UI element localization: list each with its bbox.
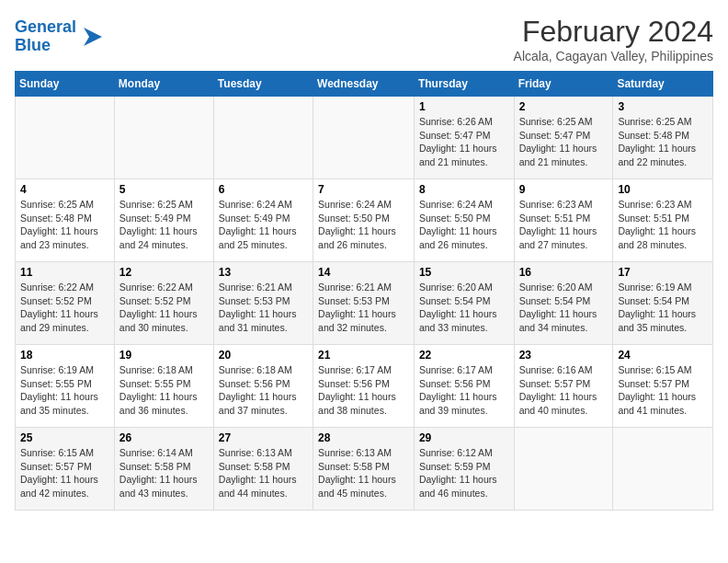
calendar-cell: 29Sunrise: 6:12 AM Sunset: 5:59 PM Dayli… [414, 428, 514, 511]
calendar-cell: 28Sunrise: 6:13 AM Sunset: 5:58 PM Dayli… [313, 428, 415, 511]
logo-icon [80, 24, 106, 50]
calendar-cell: 20Sunrise: 6:18 AM Sunset: 5:56 PM Dayli… [213, 345, 313, 428]
calendar-cell [213, 97, 313, 179]
calendar-cell: 23Sunrise: 6:16 AM Sunset: 5:57 PM Dayli… [514, 345, 613, 428]
col-header-thursday: Thursday [414, 72, 514, 97]
day-number: 20 [219, 349, 308, 362]
calendar-cell: 12Sunrise: 6:22 AM Sunset: 5:52 PM Dayli… [114, 262, 213, 345]
day-number: 5 [119, 183, 209, 196]
day-number: 23 [519, 349, 609, 362]
location-subtitle: Alcala, Cagayan Valley, Philippines [514, 49, 713, 63]
calendar-cell [313, 97, 415, 179]
calendar-cell: 15Sunrise: 6:20 AM Sunset: 5:54 PM Dayli… [414, 262, 514, 345]
calendar-cell: 14Sunrise: 6:21 AM Sunset: 5:53 PM Dayli… [313, 262, 415, 345]
cell-content: Sunrise: 6:25 AM Sunset: 5:48 PM Dayligh… [20, 198, 109, 252]
day-number: 28 [318, 431, 409, 444]
calendar-cell [114, 97, 213, 179]
day-number: 22 [419, 349, 509, 362]
calendar-body: 1Sunrise: 6:26 AM Sunset: 5:47 PM Daylig… [16, 97, 713, 511]
calendar-cell: 11Sunrise: 6:22 AM Sunset: 5:52 PM Dayli… [16, 262, 115, 345]
day-number: 4 [20, 183, 109, 196]
calendar-cell: 8Sunrise: 6:24 AM Sunset: 5:50 PM Daylig… [414, 179, 514, 262]
cell-content: Sunrise: 6:19 AM Sunset: 5:55 PM Dayligh… [20, 363, 109, 418]
col-header-sunday: Sunday [16, 72, 115, 97]
week-row-4: 18Sunrise: 6:19 AM Sunset: 5:55 PM Dayli… [16, 345, 713, 428]
day-number: 3 [618, 100, 708, 113]
calendar-cell: 7Sunrise: 6:24 AM Sunset: 5:50 PM Daylig… [313, 179, 415, 262]
day-number: 13 [219, 266, 308, 279]
day-number: 7 [318, 183, 409, 196]
cell-content: Sunrise: 6:15 AM Sunset: 5:57 PM Dayligh… [618, 363, 708, 418]
svg-marker-0 [84, 28, 102, 46]
calendar-cell: 18Sunrise: 6:19 AM Sunset: 5:55 PM Dayli… [16, 345, 115, 428]
day-number: 26 [119, 431, 209, 444]
month-year-title: February 2024 [514, 15, 713, 49]
header-row: SundayMondayTuesdayWednesdayThursdayFrid… [16, 72, 713, 97]
cell-content: Sunrise: 6:26 AM Sunset: 5:47 PM Dayligh… [419, 115, 509, 169]
day-number: 16 [519, 266, 609, 279]
day-number: 1 [419, 100, 509, 113]
cell-content: Sunrise: 6:24 AM Sunset: 5:50 PM Dayligh… [318, 198, 409, 252]
cell-content: Sunrise: 6:18 AM Sunset: 5:56 PM Dayligh… [219, 363, 308, 418]
cell-content: Sunrise: 6:17 AM Sunset: 5:56 PM Dayligh… [419, 363, 509, 418]
calendar-cell: 1Sunrise: 6:26 AM Sunset: 5:47 PM Daylig… [414, 97, 514, 179]
week-row-2: 4Sunrise: 6:25 AM Sunset: 5:48 PM Daylig… [16, 179, 713, 262]
calendar-cell: 22Sunrise: 6:17 AM Sunset: 5:56 PM Dayli… [414, 345, 514, 428]
day-number: 9 [519, 183, 609, 196]
day-number: 8 [419, 183, 509, 196]
cell-content: Sunrise: 6:20 AM Sunset: 5:54 PM Dayligh… [419, 281, 509, 335]
calendar-cell: 27Sunrise: 6:13 AM Sunset: 5:58 PM Dayli… [213, 428, 313, 511]
calendar-table: SundayMondayTuesdayWednesdayThursdayFrid… [15, 71, 713, 511]
calendar-cell [16, 97, 115, 179]
calendar-cell: 19Sunrise: 6:18 AM Sunset: 5:55 PM Dayli… [114, 345, 213, 428]
calendar-cell: 13Sunrise: 6:21 AM Sunset: 5:53 PM Dayli… [213, 262, 313, 345]
day-number: 17 [618, 266, 708, 279]
day-number: 15 [419, 266, 509, 279]
cell-content: Sunrise: 6:17 AM Sunset: 5:56 PM Dayligh… [318, 363, 409, 418]
calendar-cell: 21Sunrise: 6:17 AM Sunset: 5:56 PM Dayli… [313, 345, 415, 428]
col-header-saturday: Saturday [613, 72, 713, 97]
cell-content: Sunrise: 6:24 AM Sunset: 5:50 PM Dayligh… [419, 198, 509, 252]
day-number: 6 [219, 183, 308, 196]
day-number: 12 [119, 266, 209, 279]
cell-content: Sunrise: 6:21 AM Sunset: 5:53 PM Dayligh… [318, 281, 409, 335]
logo: General Blue [15, 18, 106, 55]
calendar-cell: 5Sunrise: 6:25 AM Sunset: 5:49 PM Daylig… [114, 179, 213, 262]
calendar-cell: 6Sunrise: 6:24 AM Sunset: 5:49 PM Daylig… [213, 179, 313, 262]
col-header-wednesday: Wednesday [313, 72, 415, 97]
cell-content: Sunrise: 6:24 AM Sunset: 5:49 PM Dayligh… [219, 198, 308, 252]
header: General Blue February 2024 Alcala, Cagay… [15, 15, 713, 63]
day-number: 19 [119, 349, 209, 362]
calendar-cell: 26Sunrise: 6:14 AM Sunset: 5:58 PM Dayli… [114, 428, 213, 511]
cell-content: Sunrise: 6:12 AM Sunset: 5:59 PM Dayligh… [419, 446, 509, 500]
day-number: 10 [618, 183, 708, 196]
col-header-tuesday: Tuesday [213, 72, 313, 97]
day-number: 18 [20, 349, 109, 362]
col-header-monday: Monday [114, 72, 213, 97]
day-number: 11 [20, 266, 109, 279]
cell-content: Sunrise: 6:22 AM Sunset: 5:52 PM Dayligh… [119, 281, 209, 335]
cell-content: Sunrise: 6:20 AM Sunset: 5:54 PM Dayligh… [519, 281, 609, 335]
day-number: 21 [318, 349, 409, 362]
logo-text: General [15, 18, 76, 37]
cell-content: Sunrise: 6:21 AM Sunset: 5:53 PM Dayligh… [219, 281, 308, 335]
calendar-cell: 2Sunrise: 6:25 AM Sunset: 5:47 PM Daylig… [514, 97, 613, 179]
cell-content: Sunrise: 6:23 AM Sunset: 5:51 PM Dayligh… [618, 198, 708, 252]
day-number: 2 [519, 100, 609, 113]
calendar-header: SundayMondayTuesdayWednesdayThursdayFrid… [16, 72, 713, 97]
calendar-cell: 17Sunrise: 6:19 AM Sunset: 5:54 PM Dayli… [613, 262, 713, 345]
logo-blue-text: Blue [15, 37, 76, 55]
calendar-cell: 24Sunrise: 6:15 AM Sunset: 5:57 PM Dayli… [613, 345, 713, 428]
cell-content: Sunrise: 6:16 AM Sunset: 5:57 PM Dayligh… [519, 363, 609, 418]
day-number: 14 [318, 266, 409, 279]
cell-content: Sunrise: 6:14 AM Sunset: 5:58 PM Dayligh… [119, 446, 209, 500]
day-number: 27 [219, 431, 308, 444]
cell-content: Sunrise: 6:15 AM Sunset: 5:57 PM Dayligh… [20, 446, 109, 500]
week-row-5: 25Sunrise: 6:15 AM Sunset: 5:57 PM Dayli… [16, 428, 713, 511]
cell-content: Sunrise: 6:13 AM Sunset: 5:58 PM Dayligh… [219, 446, 308, 500]
calendar-cell [613, 428, 713, 511]
cell-content: Sunrise: 6:23 AM Sunset: 5:51 PM Dayligh… [519, 198, 609, 252]
calendar-cell [514, 428, 613, 511]
calendar-cell: 4Sunrise: 6:25 AM Sunset: 5:48 PM Daylig… [16, 179, 115, 262]
cell-content: Sunrise: 6:22 AM Sunset: 5:52 PM Dayligh… [20, 281, 109, 335]
